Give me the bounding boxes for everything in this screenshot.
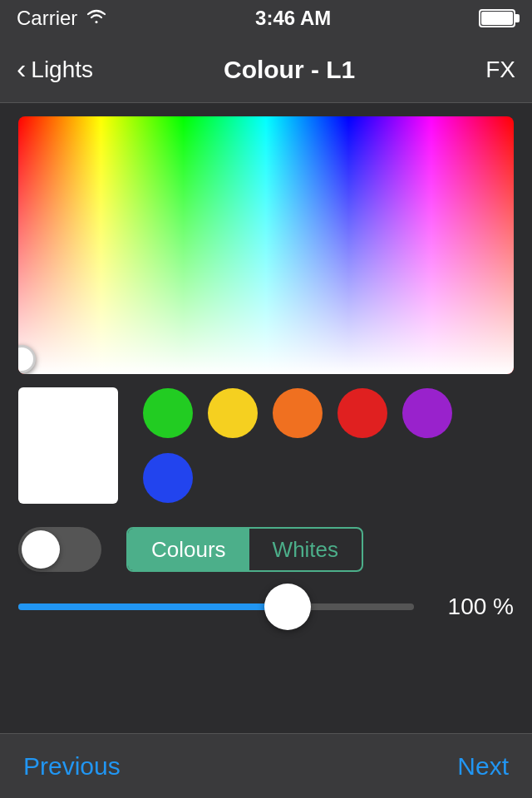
brightness-slider[interactable] bbox=[18, 603, 414, 610]
toggle-switch[interactable] bbox=[18, 527, 101, 572]
fx-button[interactable]: FX bbox=[485, 57, 515, 83]
preview-row bbox=[0, 374, 532, 517]
controls-row: Colours Whites bbox=[0, 517, 532, 582]
slider-thumb[interactable] bbox=[264, 584, 311, 630]
back-button[interactable]: ‹ Lights bbox=[17, 54, 93, 85]
page-title: Colour - L1 bbox=[224, 56, 355, 84]
swatch-purple[interactable] bbox=[402, 388, 452, 438]
carrier-label: Carrier bbox=[17, 7, 77, 30]
battery-icon bbox=[479, 9, 515, 27]
next-button[interactable]: Next bbox=[457, 752, 509, 781]
color-picker-container bbox=[0, 103, 532, 374]
color-picker-canvas[interactable] bbox=[18, 116, 514, 374]
time-label: 3:46 AM bbox=[255, 7, 331, 30]
color-preview-box bbox=[18, 387, 118, 504]
bottom-bar: Previous Next bbox=[0, 733, 532, 798]
segment-whites-button[interactable]: Whites bbox=[249, 529, 362, 570]
status-bar: Carrier 3:46 AM bbox=[0, 0, 532, 37]
swatch-blue[interactable] bbox=[143, 453, 193, 503]
toggle-knob bbox=[22, 530, 60, 569]
swatch-yellow[interactable] bbox=[208, 388, 258, 438]
back-chevron-icon: ‹ bbox=[17, 52, 26, 85]
white-gradient bbox=[18, 116, 514, 374]
segment-colours-button[interactable]: Colours bbox=[128, 529, 249, 570]
segment-control: Colours Whites bbox=[126, 527, 363, 572]
slider-row: 100 % bbox=[0, 582, 532, 632]
swatch-green[interactable] bbox=[143, 388, 193, 438]
swatch-orange[interactable] bbox=[273, 388, 323, 438]
swatches-container bbox=[135, 388, 514, 503]
swatch-red[interactable] bbox=[337, 388, 387, 438]
previous-button[interactable]: Previous bbox=[23, 752, 121, 781]
slider-fill bbox=[18, 603, 288, 610]
nav-bar: ‹ Lights Colour - L1 FX bbox=[0, 37, 532, 103]
wifi-icon bbox=[86, 8, 107, 29]
slider-value: 100 % bbox=[431, 594, 514, 620]
back-label: Lights bbox=[31, 57, 93, 83]
